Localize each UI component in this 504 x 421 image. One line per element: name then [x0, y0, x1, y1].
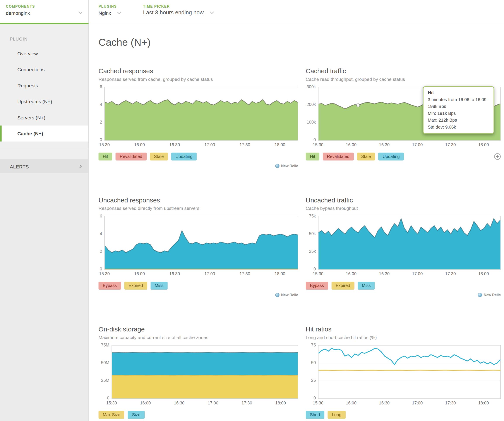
x-axis: 15:3016:0016:3017:0017:3018:00 — [318, 271, 501, 277]
x-axis-label: 17:30 — [239, 401, 255, 405]
chart-card-on-disk-storage: On-disk storage Maximum capacity and cur… — [99, 325, 298, 421]
legend-chip-hit[interactable]: Hit — [99, 153, 112, 161]
chart-subtitle: Maximum capacity and current size of all… — [99, 334, 298, 341]
chart-legend: Max SizeSize — [99, 411, 298, 419]
chart-plot[interactable] — [112, 345, 298, 399]
plugins-value: Nginx — [99, 10, 111, 16]
legend-chip-stale[interactable]: Stale — [150, 153, 168, 161]
y-axis-label: 0 — [306, 138, 316, 142]
legend-chip-updating[interactable]: Updating — [378, 153, 404, 161]
x-axis-label: 15:30 — [310, 271, 326, 276]
x-axis-label: 16:30 — [376, 271, 392, 276]
plus-icon[interactable]: + — [494, 153, 501, 160]
sidebar-item-upstreams[interactable]: Upstreams (N+) — [0, 94, 88, 110]
charts-grid: Cached responses Responses served from c… — [99, 67, 504, 421]
legend-chip-stale[interactable]: Stale — [357, 153, 375, 161]
x-axis-label: 17:00 — [409, 271, 426, 276]
chart-card-uncached-responses: Uncached responses Responses served dire… — [99, 196, 298, 298]
legend-chip-short[interactable]: Short — [306, 411, 324, 419]
x-axis-label: 17:30 — [237, 271, 253, 276]
legend-chip-expired[interactable]: Expired — [331, 282, 354, 290]
sidebar-item-alerts[interactable]: ALERTS — [0, 159, 88, 173]
chart-canvas — [105, 216, 298, 269]
sidebar-section-label: PLUGIN — [10, 37, 88, 42]
x-axis: 15:3016:0016:3017:0017:3018:00 — [318, 142, 501, 148]
top-header: COMPONENTS demonginx PLUGINS Nginx TIME … — [0, 0, 504, 24]
plugins-dropdown[interactable]: PLUGINS Nginx — [99, 0, 121, 24]
sidebar-item-servers[interactable]: Servers (N+) — [0, 110, 88, 126]
tooltip-line: 3 minutes from 16:06 to 16:09 — [428, 96, 489, 103]
y-axis-label: 2 — [99, 120, 102, 125]
tooltip-title: Hit — [428, 90, 489, 95]
chart-plot[interactable] — [318, 216, 501, 270]
legend-chip-size[interactable]: Size — [128, 411, 145, 419]
sidebar-item-connections[interactable]: Connections — [0, 61, 88, 78]
area-series-miss — [318, 219, 500, 269]
legend-chip-updating[interactable]: Updating — [171, 153, 197, 161]
legend-chip-long[interactable]: Long — [328, 411, 346, 419]
y-axis: 0246 — [99, 216, 102, 269]
x-axis-label: 18:00 — [272, 401, 289, 405]
chart-plot[interactable] — [318, 345, 501, 399]
tooltip-line: 198k Bps — [428, 103, 489, 110]
legend-chip-hit[interactable]: Hit — [306, 153, 319, 161]
sidebar-divider — [0, 149, 88, 149]
x-axis-label: 16:30 — [167, 142, 183, 147]
x-axis-label: 17:00 — [205, 401, 221, 405]
time-picker-value: Last 3 hours ending now — [143, 10, 204, 16]
line-series-short — [318, 348, 500, 365]
y-axis-label: 200k — [306, 102, 316, 107]
chart-plot[interactable] — [104, 216, 298, 270]
y-axis-label: 0 — [99, 267, 102, 271]
chart-footer: New Relic — [99, 163, 298, 169]
new-relic-logo: New Relic — [275, 163, 298, 169]
sidebar-item-cache[interactable]: Cache (N+) — [0, 126, 88, 142]
chart-subtitle: Cache bypass throughput — [306, 205, 501, 212]
chart-card-cached-responses: Cached responses Responses served from c… — [99, 67, 298, 169]
new-relic-logo: New Relic — [478, 292, 501, 298]
chart-title: Uncached responses — [99, 196, 298, 205]
tooltip-line: Std dev: 9.66k — [428, 123, 489, 130]
new-relic-logo-icon — [478, 293, 482, 297]
time-picker-dropdown[interactable]: TIME PICKER Last 3 hours ending now — [143, 0, 213, 24]
chart-card-cached-traffic: Cached traffic Cache read throughput, gr… — [306, 67, 501, 169]
sidebar-item-overview[interactable]: Overview — [0, 46, 88, 62]
y-axis-label: 75M — [99, 343, 109, 348]
legend-chip-bypass[interactable]: Bypass — [306, 282, 328, 290]
x-axis-label: 18:00 — [475, 271, 492, 276]
area-series-expired — [105, 269, 298, 269]
y-axis: 025M50M75M — [99, 345, 109, 398]
legend-chip-expired[interactable]: Expired — [124, 282, 147, 290]
y-axis-label: 4 — [99, 102, 102, 107]
new-relic-logo-text: New Relic — [281, 164, 298, 168]
x-axis-label: 15:30 — [103, 401, 120, 405]
y-axis-label: 2 — [99, 249, 102, 254]
chart-footer: New Relic — [99, 292, 298, 298]
x-axis-label: 16:30 — [171, 401, 187, 405]
legend-chip-revalidated[interactable]: Revalidated — [323, 153, 354, 161]
main-content: Cache (N+) Cached responses Responses se… — [89, 24, 504, 421]
y-axis-label: 100k — [306, 120, 316, 125]
chart-subtitle: Responses served directly from upstream … — [99, 205, 298, 212]
sidebar-item-requests[interactable]: Requests — [0, 78, 88, 94]
x-axis-label: 17:30 — [442, 401, 459, 405]
legend-chip-bypass[interactable]: Bypass — [99, 282, 121, 290]
components-dropdown[interactable]: COMPONENTS demonginx — [0, 0, 89, 24]
y-axis-label: 25M — [99, 378, 109, 383]
y-axis-label: 300k — [306, 85, 316, 89]
legend-chip-max-size[interactable]: Max Size — [99, 411, 125, 419]
legend-chip-miss[interactable]: Miss — [358, 282, 375, 290]
x-axis-label: 16:00 — [131, 142, 148, 147]
legend-chip-revalidated[interactable]: Revalidated — [115, 153, 146, 161]
y-axis-label: 50k — [306, 231, 316, 236]
chart-canvas — [318, 216, 500, 269]
chart-plot[interactable] — [104, 87, 298, 140]
chart-title: Cached responses — [99, 67, 298, 75]
x-axis-label: 16:30 — [376, 401, 392, 405]
x-axis-label: 18:00 — [475, 142, 492, 147]
area-series-max-size — [112, 375, 298, 398]
legend-chip-miss[interactable]: Miss — [150, 282, 168, 290]
hover-marker — [356, 104, 360, 107]
area-series-miss — [105, 231, 298, 269]
x-axis-label: 15:30 — [310, 401, 326, 405]
